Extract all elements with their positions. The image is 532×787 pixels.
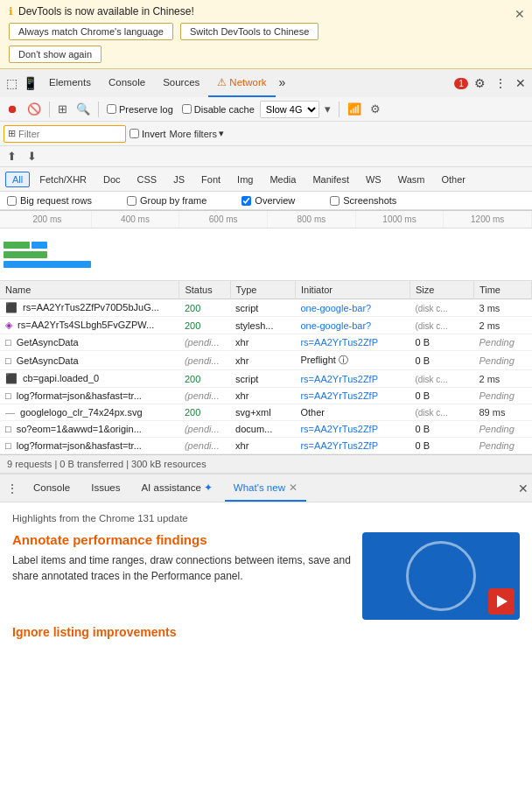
tab-sources[interactable]: Sources — [154, 69, 208, 97]
upload-icon[interactable]: ⬆ — [4, 148, 20, 165]
throttle-select[interactable]: Slow 4G — [260, 101, 319, 118]
search-icon[interactable]: 🔍 — [73, 101, 94, 117]
tab-issues-bottom[interactable]: Issues — [82, 474, 129, 502]
filter-type-fetchxhr[interactable]: Fetch/XHR — [32, 172, 94, 187]
cell-initiator[interactable]: one-google-bar? — [295, 299, 410, 317]
filter-type-manifest[interactable]: Manifest — [305, 172, 356, 187]
throttle-dropdown-icon[interactable]: ▾ — [321, 101, 334, 117]
cell-size: (disk c... — [410, 317, 473, 334]
switch-devtools-btn[interactable]: Switch DevTools to Chinese — [180, 23, 318, 40]
col-header-name[interactable]: Name — [0, 281, 179, 299]
col-header-status[interactable]: Status — [179, 281, 230, 299]
timeline-tick: 1000 ms — [356, 211, 444, 228]
filter-type-img[interactable]: Img — [230, 172, 260, 187]
table-row[interactable]: ◈ rs=AA2YrTs4SLbgh5FvGZPW... 200 stylesh… — [0, 317, 532, 334]
network-settings-icon[interactable]: ⚙ — [367, 101, 384, 117]
record-btn[interactable]: ⏺ — [4, 101, 22, 117]
filter-type-all[interactable]: All — [5, 172, 30, 187]
big-rows-checkbox[interactable] — [7, 196, 17, 206]
tab-console[interactable]: Console — [100, 69, 154, 97]
filter-type-css[interactable]: CSS — [130, 172, 164, 187]
tab-whats-new[interactable]: What's new ✕ — [225, 474, 306, 502]
table-row[interactable]: □ so?eom=1&awwd=1&origin... (pendi... do… — [0, 421, 532, 438]
overview-check[interactable]: Overview — [242, 195, 295, 206]
always-match-btn[interactable]: Always match Chrome's language — [9, 23, 173, 40]
filter-type-wasm[interactable]: Wasm — [391, 172, 432, 187]
elements-panel-icon[interactable]: ⬚ — [4, 74, 20, 92]
overview-checkbox[interactable] — [242, 196, 251, 206]
invert-check[interactable]: Invert — [130, 129, 166, 139]
col-header-time[interactable]: Time — [473, 281, 531, 299]
disable-cache-check[interactable]: Disable cache — [182, 104, 255, 115]
filter-type-doc[interactable]: Doc — [96, 172, 128, 187]
filter-type-ws[interactable]: WS — [359, 172, 388, 187]
table-row[interactable]: ⬛ rs=AA2YrTus2ZfPv70D5bJuG... 200 script… — [0, 299, 532, 317]
cell-name: □ so?eom=1&awwd=1&origin... — [0, 421, 179, 438]
filter-icon[interactable]: ⊞ — [54, 101, 71, 117]
cell-initiator[interactable]: rs=AA2YrTus2ZfP — [295, 334, 410, 351]
notification-close-btn[interactable]: ✕ — [514, 7, 525, 21]
filter-type-font[interactable]: Font — [194, 172, 228, 187]
cell-time: 2 ms — [473, 317, 531, 334]
disable-cache-checkbox[interactable] — [182, 104, 192, 114]
wifi-icon[interactable]: 📶 — [344, 101, 365, 117]
more-options-icon[interactable]: ⋮ — [492, 74, 509, 92]
cell-type: svg+xml — [230, 404, 295, 421]
initiator-link[interactable]: one-google-bar? — [300, 320, 371, 331]
initiator-link[interactable]: rs=AA2YrTus2ZfP — [300, 374, 378, 384]
group-by-frame-checkbox[interactable] — [127, 196, 136, 206]
initiator-link[interactable]: rs=AA2YrTus2ZfP — [300, 390, 378, 401]
download-icon[interactable]: ⬇ — [24, 148, 40, 165]
table-row[interactable]: — googlelogo_clr_74x24px.svg 200 svg+xml… — [0, 404, 532, 421]
table-row[interactable]: □ log?format=json&hasfast=tr... (pendi..… — [0, 388, 532, 404]
cell-type: xhr — [230, 438, 295, 454]
tab-more[interactable]: » — [276, 69, 290, 97]
cell-initiator[interactable]: rs=AA2YrTus2ZfP — [295, 388, 410, 404]
group-by-frame-check[interactable]: Group by frame — [127, 195, 206, 206]
device-toggle-icon[interactable]: 📱 — [20, 74, 40, 92]
whats-new-close-icon[interactable]: ✕ — [289, 481, 298, 494]
preserve-log-checkbox[interactable] — [107, 104, 116, 114]
dont-show-btn[interactable]: Don't show again — [9, 46, 102, 63]
settings-icon[interactable]: ⚙ — [472, 74, 488, 92]
cell-time: 3 ms — [473, 299, 531, 317]
initiator-link[interactable]: rs=AA2YrTus2ZfP — [300, 424, 378, 434]
invert-checkbox[interactable] — [130, 129, 139, 138]
filter-type-other[interactable]: Other — [434, 172, 472, 187]
initiator-link[interactable]: rs=AA2YrTus2ZfP — [300, 440, 378, 451]
more-filters-btn[interactable]: More filters ▾ — [170, 128, 224, 139]
bottom-panel-close-btn[interactable]: ✕ — [518, 481, 528, 495]
bottom-panel-menu-btn[interactable]: ⋮ — [4, 480, 21, 497]
table-row[interactable]: ⬛ cb=gapi.loaded_0 200 script rs=AA2YrTu… — [0, 370, 532, 388]
tab-ai-assistance[interactable]: AI assistance ✦ — [132, 474, 220, 502]
initiator-link[interactable]: one-google-bar? — [300, 303, 371, 313]
preserve-log-check[interactable]: Preserve log — [107, 104, 173, 115]
cell-initiator[interactable]: rs=AA2YrTus2ZfP — [295, 370, 410, 388]
filter-type-media[interactable]: Media — [262, 172, 303, 187]
tab-network[interactable]: ⚠ Network — [208, 69, 275, 97]
table-row[interactable]: □ GetAsyncData (pendi... xhr rs=AA2YrTus… — [0, 334, 532, 351]
screenshots-check[interactable]: Screenshots — [330, 195, 396, 206]
close-devtools-btn[interactable]: ✕ — [513, 74, 528, 92]
network-table: Name Status Type Initiator Size Time ⬛ r… — [0, 281, 532, 454]
cell-initiator[interactable]: rs=AA2YrTus2ZfP — [295, 438, 410, 454]
tab-console-bottom[interactable]: Console — [24, 474, 79, 502]
table-header-row: Name Status Type Initiator Size Time — [0, 281, 532, 299]
tab-elements[interactable]: Elements — [40, 69, 100, 97]
initiator-link[interactable]: rs=AA2YrTus2ZfP — [300, 337, 378, 348]
table-row[interactable]: □ log?format=json&hasfast=tr... (pendi..… — [0, 438, 532, 454]
timeline-tick: 1200 ms — [444, 211, 532, 228]
filter-input[interactable] — [18, 129, 106, 139]
cell-initiator[interactable]: one-google-bar? — [295, 317, 410, 334]
table-row[interactable]: □ GetAsyncData (pendi... xhr Preflight ⓘ… — [0, 351, 532, 370]
screenshots-checkbox[interactable] — [330, 196, 340, 206]
filter-type-js[interactable]: JS — [166, 172, 192, 187]
network-table-wrap: Name Status Type Initiator Size Time ⬛ r… — [0, 281, 532, 454]
col-header-initiator[interactable]: Initiator — [295, 281, 410, 299]
big-rows-check[interactable]: Big request rows — [7, 195, 92, 206]
clear-btn[interactable]: 🚫 — [24, 101, 45, 117]
cell-initiator[interactable]: rs=AA2YrTus2ZfP — [295, 421, 410, 438]
col-header-size[interactable]: Size — [410, 281, 473, 299]
col-header-type[interactable]: Type — [230, 281, 295, 299]
feature-img-play — [488, 588, 514, 615]
